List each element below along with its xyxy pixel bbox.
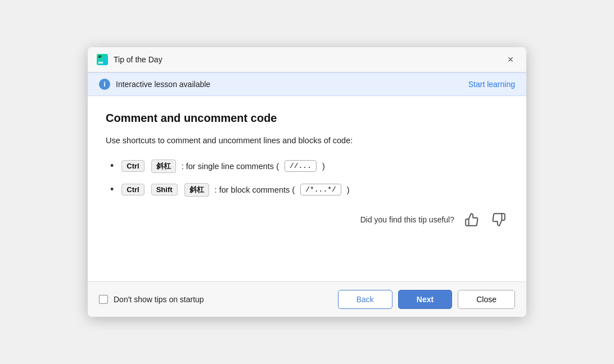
next-button[interactable]: Next	[398, 290, 452, 309]
dont-show-checkbox[interactable]	[99, 295, 108, 304]
footer-left: Don't show tips on startup	[99, 295, 204, 304]
info-banner: i Interactive lesson available Start lea…	[88, 72, 526, 96]
dialog-title: Tip of the Day	[114, 55, 504, 64]
key-slash-2: 斜杠	[184, 183, 209, 197]
dont-show-label: Don't show tips on startup	[114, 295, 204, 304]
code-block: /*...*/	[300, 184, 341, 195]
svg-rect-2	[98, 57, 101, 58]
code-single-line: //...	[285, 160, 317, 172]
info-banner-left: i Interactive lesson available	[99, 79, 210, 90]
bullet-icon: •	[110, 160, 114, 172]
item-2-text: : for block comments (	[215, 185, 295, 194]
tip-dialog: Tip of the Day × i Interactive lesson av…	[88, 47, 526, 317]
thumbs-down-button[interactable]	[489, 210, 508, 229]
tip-title: Comment and uncomment code	[106, 112, 508, 125]
item-1-suffix: )	[322, 162, 325, 171]
feedback-question: Did you find this tip useful?	[360, 215, 454, 224]
item-2-suffix: )	[347, 185, 350, 194]
item-1-text: : for single line comments (	[182, 162, 279, 171]
info-banner-text: Interactive lesson available	[116, 80, 210, 89]
list-item: • Ctrl Shift 斜杠 : for block comments ( /…	[110, 183, 508, 197]
key-shift-2: Shift	[151, 184, 178, 195]
start-learning-button[interactable]: Start learning	[468, 80, 515, 89]
feedback-row: Did you find this tip useful?	[106, 210, 508, 238]
list-item: • Ctrl 斜杠 : for single line comments ( /…	[110, 160, 508, 173]
pycharm-icon	[97, 54, 108, 65]
info-icon: i	[99, 79, 110, 90]
key-slash-1: 斜杠	[151, 160, 176, 173]
key-ctrl-2: Ctrl	[121, 184, 144, 195]
thumbs-up-button[interactable]	[462, 210, 481, 229]
footer: Don't show tips on startup Back Next Clo…	[88, 281, 526, 317]
tip-list: • Ctrl 斜杠 : for single line comments ( /…	[110, 160, 508, 197]
tip-description: Use shortcuts to comment and uncomment l…	[106, 135, 508, 147]
close-dialog-button[interactable]: Close	[458, 290, 515, 309]
thumbs-down-icon	[491, 212, 506, 227]
bullet-icon: •	[110, 184, 114, 195]
key-ctrl-1: Ctrl	[121, 160, 144, 172]
footer-buttons: Back Next Close	[338, 290, 515, 309]
title-bar: Tip of the Day ×	[88, 47, 526, 72]
close-button[interactable]: ×	[504, 53, 517, 66]
back-button[interactable]: Back	[338, 290, 392, 309]
thumbs-up-icon	[464, 212, 479, 227]
tip-content: Comment and uncomment code Use shortcuts…	[88, 96, 526, 281]
svg-rect-3	[98, 62, 103, 63]
svg-rect-1	[98, 56, 102, 57]
